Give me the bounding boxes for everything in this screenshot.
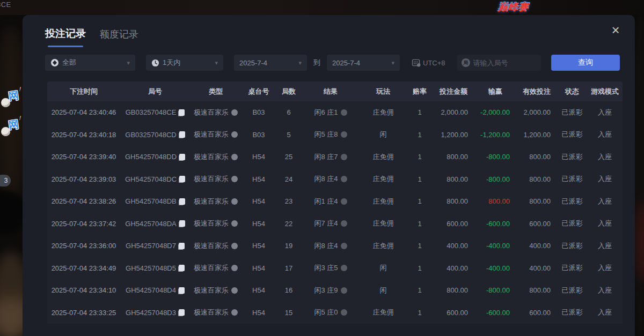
cell-result: 闲1 庄4 — [302, 197, 360, 206]
result-detail-icon[interactable] — [341, 109, 347, 116]
cell-table-no: H54 — [241, 197, 276, 205]
result-detail-icon[interactable] — [341, 243, 347, 249]
table-row: 2025-07-04 23:40:46GB03257048CE极速百家乐B036… — [47, 101, 623, 124]
timezone-indicator[interactable]: UTC+8 — [412, 58, 445, 67]
replay-video-icon[interactable] — [231, 154, 238, 160]
cell-game-mode: 入座 — [587, 241, 623, 251]
column-header: 下注时间 — [47, 87, 120, 96]
tab-quota-records[interactable]: 额度记录 — [100, 28, 138, 47]
cell-status: 已派彩 — [557, 219, 587, 228]
cell-table-no: H54 — [241, 220, 276, 228]
cell-round-id: GH54257048D5 — [120, 264, 190, 272]
cell-win-loss: -600.00 — [474, 309, 516, 317]
cell-table-no: H54 — [241, 286, 276, 294]
category-dropdown[interactable]: 全部 ▾ — [45, 55, 135, 71]
background-top-strip — [0, 0, 644, 15]
cell-round-count: 17 — [276, 264, 302, 272]
result-detail-icon[interactable] — [341, 131, 347, 138]
chevron-down-icon: ▾ — [215, 59, 218, 66]
table-row: 2025-07-04 23:39:40GH54257048DD极速百家乐H542… — [47, 146, 623, 168]
result-detail-icon[interactable] — [341, 309, 347, 316]
chevron-down-icon: ▾ — [391, 59, 394, 66]
cell-status: 已派彩 — [557, 174, 587, 184]
cell-round-id: GH54257048DC — [120, 175, 190, 183]
replay-video-icon[interactable] — [231, 265, 238, 271]
copy-icon[interactable] — [179, 309, 185, 316]
cell-odds: 1 — [407, 309, 433, 317]
cell-odds: 1 — [407, 175, 433, 183]
background-right-shade — [633, 15, 644, 336]
round-search-input[interactable] — [473, 59, 532, 67]
date-to-dropdown[interactable]: 2025-7-4 ▾ — [327, 55, 400, 71]
cell-round-id: GH54257048DB — [120, 197, 190, 205]
replay-video-icon[interactable] — [231, 243, 238, 249]
column-header: 玩法 — [360, 87, 407, 96]
replay-video-icon[interactable] — [231, 131, 238, 138]
filter-bar: 全部 ▾ 1天内 ▾ 2025-7-4 ▾ 到 2025-7-4 ▾ — [45, 55, 635, 71]
time-range-dropdown[interactable]: 1天内 ▾ — [146, 55, 223, 71]
cell-result: 闲8 庄4 — [302, 241, 360, 251]
cell-result: 闲8 庄4 — [302, 174, 360, 184]
cell-game-type: 极速百家乐 — [190, 308, 241, 317]
date-from-dropdown[interactable]: 2025-7-4 ▾ — [234, 55, 307, 71]
result-detail-icon[interactable] — [341, 154, 347, 160]
table-row: 2025-07-04 23:39:03GH54257048DC极速百家乐H542… — [47, 168, 623, 191]
cell-round-id: GH54257048DD — [120, 153, 190, 161]
column-header: 投注金额 — [433, 87, 474, 96]
close-icon[interactable]: × — [606, 20, 625, 40]
result-detail-icon[interactable] — [341, 287, 347, 294]
copy-icon[interactable] — [179, 265, 185, 271]
result-detail-icon[interactable] — [341, 176, 347, 182]
cell-win-loss: -800.00 — [474, 286, 516, 294]
result-detail-icon[interactable] — [341, 220, 347, 227]
column-header: 局数 — [276, 87, 302, 96]
cell-game-type: 极速百家乐 — [190, 286, 241, 295]
copy-icon[interactable] — [179, 220, 185, 227]
cell-bet-time: 2025-07-04 23:40:18 — [47, 131, 120, 139]
copy-icon[interactable] — [179, 176, 185, 182]
cell-game-type: 极速百家乐 — [190, 108, 241, 117]
cell-play-type: 庄免佣 — [360, 108, 407, 117]
column-header: 输赢 — [474, 87, 516, 96]
replay-video-icon[interactable] — [231, 287, 238, 294]
table-row: 2025-07-04 23:37:42GH54257048DA极速百家乐H542… — [47, 213, 623, 235]
result-detail-icon[interactable] — [341, 198, 347, 205]
cell-bet-time: 2025-07-04 23:36:00 — [47, 242, 120, 250]
cell-win-loss: -800.00 — [474, 175, 516, 183]
copy-icon[interactable] — [179, 287, 185, 294]
column-header: 结果 — [302, 87, 360, 96]
cell-round-id: GH54257048D3 — [120, 309, 190, 317]
copy-icon[interactable] — [179, 131, 185, 138]
cell-status: 已派彩 — [557, 108, 587, 117]
copy-icon[interactable] — [179, 243, 185, 249]
query-button[interactable]: 查询 — [551, 55, 620, 71]
cell-bet-amount: 600.00 — [433, 220, 474, 228]
cell-game-type: 极速百家乐 — [190, 219, 241, 228]
cell-result: 闲5 庄0 — [302, 308, 360, 317]
cell-table-no: H54 — [241, 153, 276, 161]
result-detail-icon[interactable] — [341, 265, 347, 271]
cell-round-count: 23 — [276, 197, 302, 205]
replay-video-icon[interactable] — [231, 198, 238, 205]
replay-video-icon[interactable] — [231, 176, 238, 182]
cell-bet-amount: 2,000.00 — [433, 108, 474, 116]
replay-video-icon[interactable] — [231, 109, 238, 116]
copy-icon[interactable] — [179, 154, 185, 160]
cell-win-loss: -800.00 — [474, 153, 516, 161]
cell-round-id: GH54257048D7 — [120, 242, 190, 250]
cell-odds: 1 — [407, 153, 433, 161]
tab-bet-records[interactable]: 投注记录 — [45, 27, 86, 47]
cell-odds: 1 — [407, 242, 433, 250]
copy-icon[interactable] — [179, 198, 185, 205]
column-header: 桌台号 — [241, 87, 276, 96]
tab-bar: 投注记录 额度记录 — [23, 15, 635, 47]
cell-round-id: GH54257048DA — [120, 220, 190, 228]
cell-win-loss: -400.00 — [474, 264, 516, 272]
table-row: 2025-07-04 23:36:00GH54257048D7极速百家乐H541… — [47, 235, 623, 257]
cell-bet-time: 2025-07-04 23:37:42 — [47, 220, 120, 228]
replay-video-icon[interactable] — [231, 220, 238, 227]
cell-valid-bet: 1,200.00 — [516, 131, 557, 139]
copy-icon[interactable] — [179, 109, 185, 116]
replay-video-icon[interactable] — [231, 309, 238, 316]
table-row: 2025-07-04 23:38:26GH54257048DB极速百家乐H542… — [47, 190, 623, 213]
